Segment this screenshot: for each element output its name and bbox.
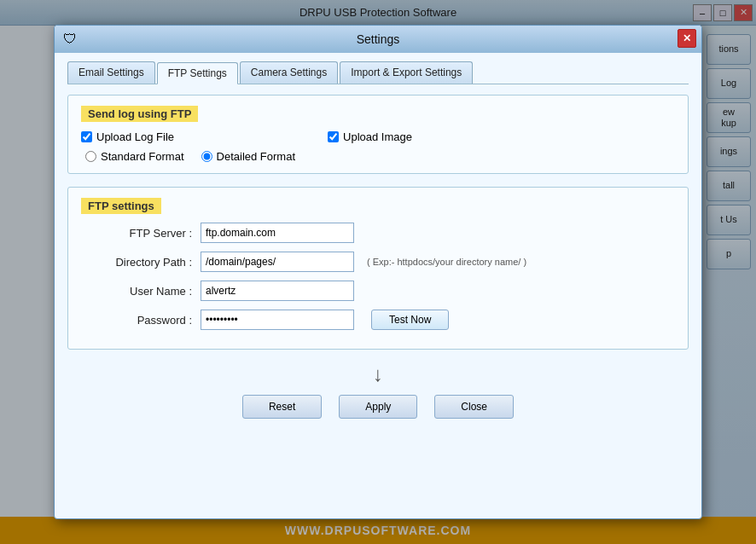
modal-overlay: 🛡 Settings ✕ Email Settings FTP Settings… [0,0,756,544]
detailed-format-label: Detailed Format [217,150,295,163]
directory-path-row: Directory Path : ( Exp:- httpdocs/your d… [81,252,675,272]
tab-import-export-settings[interactable]: Import & Export Settings [340,61,473,84]
ftp-settings-section: FTP settings FTP Server : Directory Path… [67,187,689,350]
tab-email-settings[interactable]: Email Settings [67,61,155,84]
ftp-settings-label: FTP settings [81,198,161,214]
upload-log-file-item: Upload Log File [81,130,174,143]
format-options-row: Standard Format Detailed Format [85,150,675,163]
directory-path-input[interactable] [201,252,354,272]
arrow-down-indicator: ↓ [67,362,689,386]
tab-camera-settings[interactable]: Camera Settings [240,61,338,84]
upload-log-checkbox[interactable] [81,131,92,142]
modal-titlebar: 🛡 Settings ✕ [55,26,701,53]
upload-options-row: Upload Log File Upload Image [81,130,675,143]
footer-buttons: Reset Apply Close [67,395,689,419]
detailed-format-item: Detailed Format [201,150,295,163]
tab-ftp-settings[interactable]: FTP Settings [157,62,238,84]
upload-log-label: Upload Log File [96,130,174,143]
ftp-server-label: FTP Server : [81,227,201,240]
close-button[interactable]: Close [434,395,514,419]
send-log-label: Send log using FTP [81,106,198,122]
modal-body: Email Settings FTP Settings Camera Setti… [55,53,701,431]
password-input[interactable] [201,310,354,330]
standard-format-item: Standard Format [85,150,184,163]
reset-button[interactable]: Reset [242,395,322,419]
standard-format-label: Standard Format [101,150,184,163]
modal-title: Settings [357,32,400,46]
username-label: User Name : [81,285,201,298]
ftp-server-input[interactable] [201,223,354,243]
upload-image-item: Upload Image [328,130,412,143]
username-input[interactable] [201,281,354,301]
directory-hint: ( Exp:- httpdocs/your directory name/ ) [367,257,526,267]
standard-format-radio[interactable] [85,151,96,162]
settings-modal: 🛡 Settings ✕ Email Settings FTP Settings… [54,25,702,519]
password-label: Password : [81,314,201,327]
username-row: User Name : [81,281,675,301]
modal-close-button[interactable]: ✕ [677,29,696,48]
send-log-section: Send log using FTP Upload Log File Uploa… [67,95,689,174]
test-now-button[interactable]: Test Now [371,310,449,330]
ftp-server-row: FTP Server : [81,223,675,243]
settings-tabs: Email Settings FTP Settings Camera Setti… [67,61,689,84]
upload-image-checkbox[interactable] [328,131,339,142]
upload-image-label: Upload Image [343,130,412,143]
password-row: Password : Test Now [81,310,675,330]
modal-icon: 🛡 [63,32,77,47]
detailed-format-radio[interactable] [201,151,212,162]
directory-path-label: Directory Path : [81,256,201,269]
apply-button[interactable]: Apply [339,395,417,419]
